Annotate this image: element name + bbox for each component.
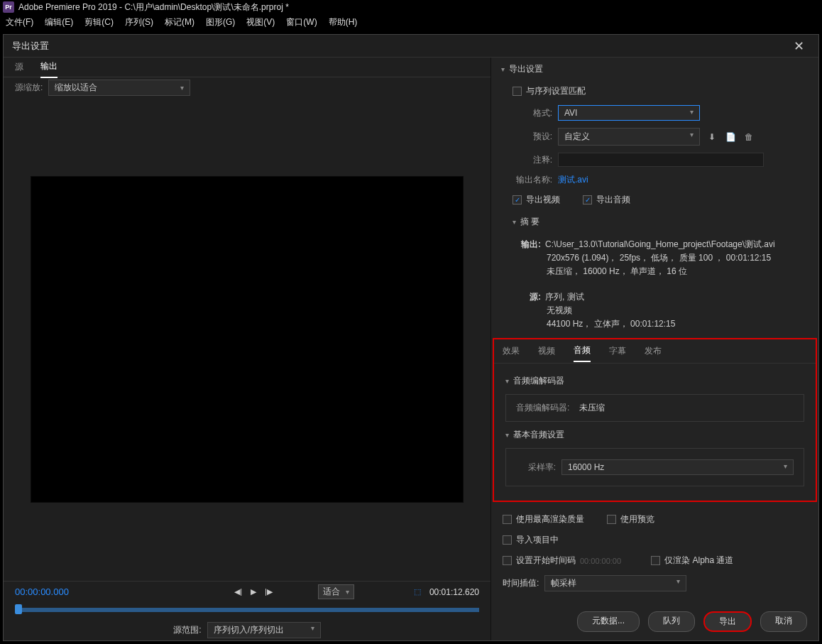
menu-bar: 文件(F) 编辑(E) 剪辑(C) 序列(S) 标记(M) 图形(G) 视图(V…: [0, 14, 822, 30]
checkbox-export-audio[interactable]: [583, 195, 592, 204]
label-export-video: 导出视频: [526, 194, 560, 206]
comment-label: 注释:: [513, 154, 552, 166]
menu-clip[interactable]: 剪辑(C): [82, 15, 116, 30]
tab-effects[interactable]: 效果: [503, 341, 520, 361]
start-timecode-value: 00:00:00:00: [580, 557, 621, 565]
menu-view[interactable]: 视图(V): [243, 15, 278, 30]
chevron-down-icon: ▾: [501, 65, 505, 73]
zoom-fit-dropdown[interactable]: 适合: [318, 584, 354, 599]
transport-bar: 00:00:00.000 ◀| ▶ |▶ 适合 ⬚ 00:01:12.620: [4, 581, 491, 602]
source-range-dropdown[interactable]: 序列切入/序列切出: [207, 622, 321, 638]
settings-panel: ▾ 导出设置 与序列设置匹配 格式: AVI 预设: 自定义 ⬇ 📄 🗑: [491, 58, 818, 640]
timecode-duration: 00:01:12.620: [429, 587, 479, 597]
checkbox-start-timecode[interactable]: [503, 556, 512, 565]
tab-source[interactable]: 源: [15, 58, 23, 77]
tab-video[interactable]: 视频: [538, 341, 555, 361]
export-button[interactable]: 导出: [703, 611, 752, 632]
close-icon[interactable]: ✕: [788, 38, 810, 54]
export-settings-header[interactable]: ▾ 导出设置: [491, 58, 818, 81]
save-preset-icon[interactable]: ⬇: [706, 131, 718, 143]
playhead[interactable]: [15, 604, 22, 614]
settings-tabs: 效果 视频 音频 字幕 发布: [494, 339, 816, 364]
audio-codec-label: 音频编解码器:: [516, 403, 569, 413]
aspect-lock-icon[interactable]: ⬚: [414, 587, 421, 596]
chevron-down-icon: ▾: [505, 377, 509, 385]
audio-codec-value: 未压缩: [579, 403, 605, 413]
checkbox-render-alpha[interactable]: [651, 556, 660, 565]
dialog-header: 导出设置 ✕: [4, 35, 818, 58]
format-label: 格式:: [513, 107, 552, 119]
label-max-quality: 使用最高渲染质量: [516, 513, 584, 525]
menu-file[interactable]: 文件(F): [3, 15, 36, 30]
output-name-link[interactable]: 测试.avi: [558, 174, 588, 186]
menu-sequence[interactable]: 序列(S): [122, 15, 156, 30]
sample-rate-label: 采样率:: [516, 462, 556, 474]
preview-canvas: [31, 176, 464, 503]
step-fwd-icon[interactable]: |▶: [265, 587, 273, 596]
basic-audio-box: 采样率: 16000 Hz: [505, 448, 804, 486]
metadata-button[interactable]: 元数据...: [577, 611, 640, 632]
preview-panel: 源 输出 源缩放: 缩放以适合 00:00:00.000 ◀| ▶ |▶ 适合 …: [4, 58, 491, 640]
preset-label: 预设:: [513, 131, 552, 143]
menu-graphics[interactable]: 图形(G): [203, 15, 238, 30]
time-interp-label: 时间插值:: [503, 577, 539, 589]
import-preset-icon[interactable]: 📄: [724, 131, 737, 143]
step-back-icon[interactable]: ◀|: [234, 587, 242, 596]
preview-tabs: 源 输出: [4, 58, 491, 77]
summary-output: 输出:C:\User_13.0\Tutorial\Going_Home_proj…: [513, 234, 801, 286]
audio-codec-box: 音频编解码器: 未压缩: [505, 394, 804, 422]
dialog-title: 导出设置: [12, 40, 49, 53]
basic-audio-header[interactable]: ▾ 基本音频设置: [505, 426, 804, 444]
bottom-options: 使用最高渲染质量 使用预览 导入项目中 设置开始时间码 00:00:00:00 …: [491, 502, 818, 603]
tab-output[interactable]: 输出: [40, 58, 57, 78]
checkbox-import-project[interactable]: [503, 535, 512, 545]
preset-dropdown[interactable]: 自定义: [558, 128, 700, 146]
scale-label: 源缩放:: [15, 82, 43, 94]
checkbox-max-quality[interactable]: [503, 515, 512, 524]
footer-buttons: 元数据... 队列 导出 取消: [491, 603, 818, 640]
chevron-down-icon: ▾: [513, 218, 516, 226]
summary-source: 源:序列, 测试 无视频 44100 Hz， 立体声， 00:01:12:15: [513, 286, 801, 339]
chevron-down-icon: ▾: [505, 431, 509, 439]
sample-rate-dropdown[interactable]: 16000 Hz: [561, 459, 794, 475]
menu-edit[interactable]: 编辑(E): [42, 15, 76, 30]
scale-row: 源缩放: 缩放以适合: [4, 77, 491, 97]
timecode-current[interactable]: 00:00:00.000: [15, 586, 69, 597]
source-range-label: 源范围:: [173, 624, 201, 636]
comment-input[interactable]: [558, 153, 764, 167]
scale-dropdown[interactable]: 缩放以适合: [48, 80, 190, 96]
tab-publish[interactable]: 发布: [645, 341, 662, 361]
output-name-label: 输出名称:: [513, 174, 552, 186]
label-export-audio: 导出音频: [596, 194, 630, 206]
app-icon: Pr: [3, 1, 14, 13]
delete-preset-icon[interactable]: 🗑: [742, 131, 755, 143]
timeline[interactable]: [4, 602, 491, 619]
format-dropdown[interactable]: AVI: [558, 105, 700, 121]
time-interp-dropdown[interactable]: 帧采样: [544, 575, 686, 591]
highlighted-audio-region: 效果 视频 音频 字幕 发布 ▾ 音频编解码器 音频编解码器: 未压缩: [493, 338, 817, 502]
menu-window[interactable]: 窗口(W): [283, 15, 319, 30]
queue-button[interactable]: 队列: [648, 611, 695, 632]
play-icon[interactable]: ▶: [251, 587, 256, 596]
label-start-timecode: 设置开始时间码: [516, 555, 576, 567]
label-render-alpha: 仅渲染 Alpha 通道: [664, 555, 733, 567]
cancel-button[interactable]: 取消: [760, 611, 807, 632]
label-use-preview: 使用预览: [620, 513, 654, 525]
checkbox-match-sequence[interactable]: [513, 87, 522, 96]
checkbox-export-video[interactable]: [513, 195, 522, 204]
source-range-row: 源范围: 序列切入/序列切出: [4, 619, 491, 640]
menu-markers[interactable]: 标记(M): [162, 15, 197, 30]
checkbox-use-preview[interactable]: [607, 515, 616, 524]
menu-help[interactable]: 帮助(H): [326, 15, 361, 30]
title-bar: Pr Adobe Premiere Pro 2019 - C:\用户\admin…: [0, 0, 822, 14]
export-dialog: 导出设置 ✕ 源 输出 源缩放: 缩放以适合 00:00:00.000 ◀| ▶…: [3, 34, 819, 641]
audio-codec-header[interactable]: ▾ 音频编解码器: [505, 372, 804, 390]
label-match-sequence: 与序列设置匹配: [526, 85, 586, 97]
label-import-project: 导入项目中: [516, 534, 559, 546]
tab-audio[interactable]: 音频: [574, 340, 591, 362]
app-title: Adobe Premiere Pro 2019 - C:\用户\admin\De…: [18, 1, 289, 13]
preview-area: [4, 97, 491, 581]
summary-header[interactable]: ▾ 摘 要: [513, 210, 801, 234]
tab-captions[interactable]: 字幕: [609, 341, 626, 361]
